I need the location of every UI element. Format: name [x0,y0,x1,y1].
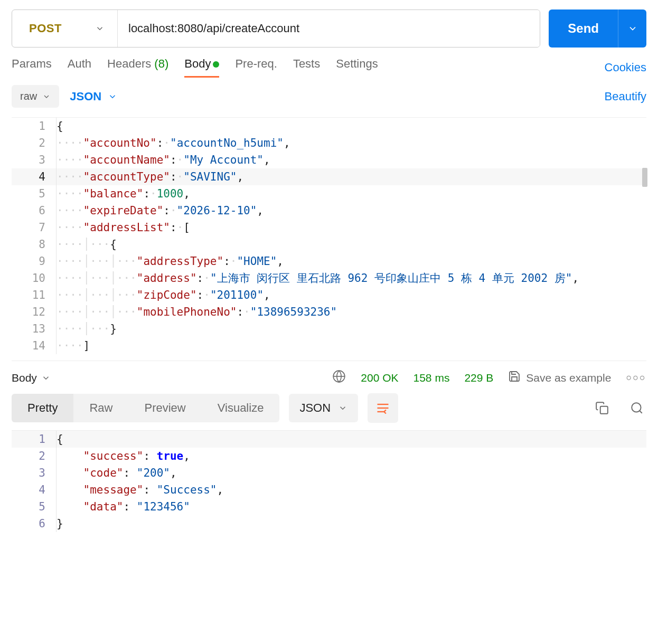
copy-button[interactable] [593,399,612,418]
chevron-down-icon [627,23,638,34]
headers-count: (8) [154,57,168,70]
line-number: 5 [12,498,56,515]
resp-data: 123456 [143,500,183,513]
tab-headers-label: Headers [107,57,151,70]
save-example-label: Save as example [526,372,611,384]
req-addresstype: HOME [243,255,270,268]
resp-tab-raw[interactable]: Raw [73,394,128,422]
response-status: 200 OK [361,372,398,384]
body-type-label: raw [20,90,37,102]
chevron-down-icon [95,24,105,33]
req-accounttype: SAVING [190,171,230,183]
request-body-editor[interactable]: 1{ 2····"accountNo":·"accountNo_h5umi", … [12,117,646,354]
response-view-tabs: Pretty Raw Preview Visualize [12,394,279,422]
req-mobilephone: 13896593236 [257,306,330,318]
line-number: 2 [12,448,56,465]
cookies-link[interactable]: Cookies [605,61,646,74]
req-expiredate: 2026-12-10 [183,204,250,217]
line-number: 12 [12,304,56,320]
body-type-select[interactable]: raw [12,85,59,108]
url-bar: POST [12,10,540,48]
req-zipcode: 201100 [217,289,257,301]
line-number: 1 [12,431,56,448]
line-number: 6 [12,202,56,219]
req-address: 上海市 闵行区 里石北路 962 号印象山庄中 5 栋 4 单元 2002 房 [217,272,566,285]
svg-rect-4 [600,406,608,414]
req-accountno: accountNo_h5umi [177,137,277,149]
req-accountname: My Account [190,154,257,166]
tab-body-label: Body [184,57,211,70]
line-number: 10 [12,270,56,287]
req-balance: 1000 [157,187,184,200]
body-format-label: JSON [70,90,101,103]
tab-params[interactable]: Params [12,57,52,78]
resp-code: 200 [143,467,163,479]
resp-tab-pretty[interactable]: Pretty [12,394,73,422]
method-label: POST [29,22,62,35]
line-number: 4 [12,481,56,498]
response-body-label: Body [12,372,37,384]
chevron-down-icon [108,92,117,101]
line-number: 3 [12,151,56,168]
svg-line-6 [640,411,642,413]
request-tabs: Params Auth Headers (8) Body Pre-req. Te… [12,57,378,78]
tab-auth[interactable]: Auth [68,57,91,78]
chevron-down-icon [42,92,51,101]
chevron-down-icon [41,373,51,383]
beautify-link[interactable]: Beautify [605,90,647,103]
send-dropdown-button[interactable] [618,10,646,48]
method-select[interactable]: POST [12,10,118,47]
response-size: 229 B [464,372,493,384]
globe-icon[interactable] [332,370,346,386]
save-icon [508,370,521,385]
line-number: 6 [12,515,56,532]
more-actions-button[interactable]: ○○○ [626,372,646,383]
response-body-editor[interactable]: 1{ 2 "success": true, 3 "code": "200", 4… [12,430,646,532]
response-time: 158 ms [413,372,450,384]
tab-headers[interactable]: Headers (8) [107,57,168,78]
line-number: 4 [12,168,56,185]
line-number: 11 [12,287,56,304]
svg-point-5 [632,403,641,412]
resp-tab-preview[interactable]: Preview [128,394,201,422]
search-button[interactable] [627,399,646,418]
line-number: 3 [12,465,56,481]
line-number: 9 [12,253,56,270]
url-input[interactable] [118,10,540,47]
scrollbar-thumb[interactable] [642,168,647,187]
line-number: 13 [12,320,56,337]
line-number: 5 [12,185,56,202]
req-addresslist-key: addressList [90,221,163,234]
tab-settings[interactable]: Settings [336,57,378,78]
send-button-group: Send [549,10,646,48]
wrap-lines-button[interactable] [368,393,398,423]
line-number: 2 [12,135,56,151]
resp-success: true [157,450,184,462]
send-button[interactable]: Send [549,10,618,48]
line-number: 14 [12,337,56,354]
modified-dot-icon [213,61,219,68]
response-format-select[interactable]: JSON [289,394,358,422]
resp-message: Success [163,484,210,496]
save-as-example-button[interactable]: Save as example [508,370,611,385]
body-format-select[interactable]: JSON [70,90,117,103]
tab-pre-req[interactable]: Pre-req. [235,57,277,78]
resp-tab-visualize[interactable]: Visualize [202,394,280,422]
response-section-select[interactable]: Body [12,372,51,384]
line-number: 1 [12,118,56,135]
line-number: 7 [12,219,56,236]
tab-tests[interactable]: Tests [293,57,320,78]
tab-body[interactable]: Body [184,57,219,78]
chevron-down-icon [338,403,347,413]
response-format-label: JSON [299,401,331,415]
line-number: 8 [12,236,56,253]
